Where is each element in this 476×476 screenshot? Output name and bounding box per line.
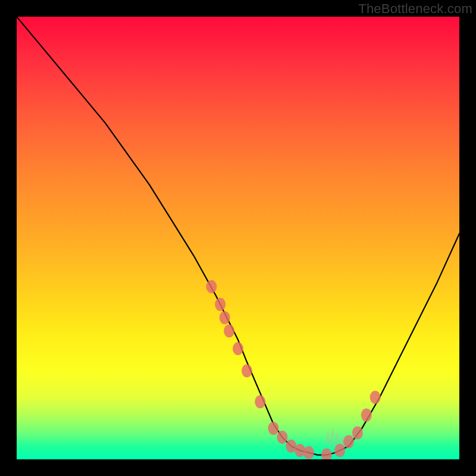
marker-point [220, 311, 230, 324]
plot-area [17, 17, 459, 459]
chart-stage: TheBottleneck.com [0, 0, 476, 476]
marker-point [361, 409, 372, 422]
marker-point [277, 431, 287, 444]
marker-point [255, 395, 265, 408]
marker-point [286, 440, 296, 453]
marker-point [370, 391, 381, 404]
marker-point [215, 298, 226, 311]
marker-point [224, 324, 234, 337]
jitter-spikes [326, 428, 344, 447]
marker-point [343, 435, 354, 448]
marker-point [206, 280, 217, 293]
marker-point [268, 422, 279, 435]
marker-point [352, 426, 363, 439]
curve-path [17, 17, 459, 455]
curve-layer [17, 17, 459, 459]
marker-point [334, 444, 345, 457]
marker-group [206, 280, 380, 459]
marker-point [321, 449, 332, 459]
watermark-text: TheBottleneck.com [358, 1, 472, 17]
marker-point [242, 364, 252, 377]
marker-point [233, 342, 243, 355]
marker-point [303, 446, 314, 459]
marker-point [295, 444, 305, 457]
